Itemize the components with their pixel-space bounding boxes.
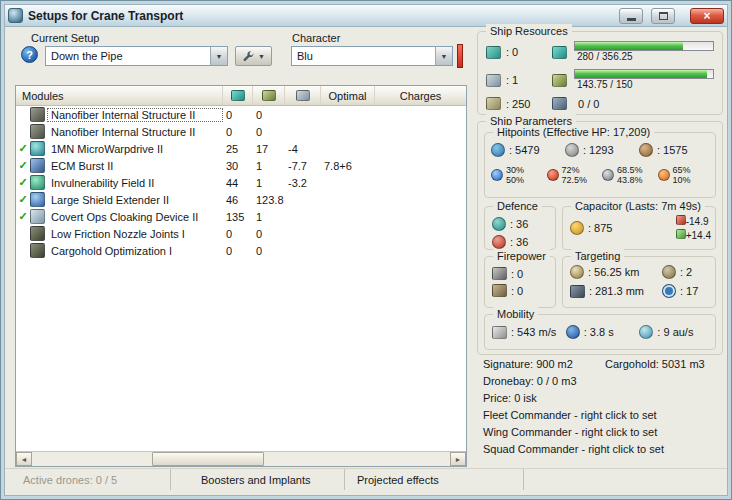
defence-title: Defence	[493, 199, 542, 213]
bottom-panel-tabs: Active drones: 0 / 5 Boosters and Implan…	[5, 468, 727, 490]
warp-speed-icon	[639, 325, 653, 339]
module-active-check[interactable]: ✓	[16, 175, 30, 190]
targeting-title: Targeting	[571, 249, 624, 263]
powergrid-column-header[interactable]	[252, 86, 284, 105]
setup-tools-button[interactable]: ▼	[235, 46, 272, 66]
module-active-check[interactable]: ✓	[16, 158, 30, 173]
wing-commander-line[interactable]: Wing Commander - right click to set	[483, 424, 705, 441]
max-targets-value: : 2	[680, 266, 692, 278]
modules-column-header[interactable]: Modules	[16, 86, 222, 105]
chevron-down-icon: ▼	[258, 53, 265, 60]
cpu-icon	[231, 90, 245, 101]
tab-active-drones[interactable]: Active drones: 0 / 5	[5, 469, 171, 490]
em-shield-resist: 30%	[506, 165, 524, 175]
maximize-button[interactable]	[651, 8, 675, 24]
module-row[interactable]: Low Friction Nozzle Joints I 0 0	[16, 225, 466, 242]
launcher-hardpoints-icon	[486, 74, 501, 87]
tab-boosters-implants-label: Boosters and Implants	[201, 474, 310, 486]
cap-usage-icon	[676, 215, 686, 225]
shield-hp-value: : 5479	[509, 144, 540, 156]
launcher-hardpoints-value: : 1	[506, 74, 552, 86]
capacitor-capacity: : 875	[570, 221, 612, 235]
dronebay-icon	[552, 97, 567, 110]
hitpoints-group: Hitpoints (Effective HP: 17,209) : 5479 …	[484, 132, 716, 198]
defence-sustained-value: : 36	[510, 236, 528, 248]
module-row[interactable]: Nanofiber Internal Structure II 0 0	[16, 123, 466, 140]
price-line: Price: 0 isk	[483, 390, 705, 407]
max-targets-icon	[662, 265, 676, 279]
module-pg: 0	[252, 109, 284, 121]
module-row[interactable]: ✓ Covert Ops Cloaking Device II 135 1	[16, 208, 466, 225]
dronebay-value: 0 / 0	[574, 98, 716, 110]
charges-column-header[interactable]: Charges	[374, 86, 466, 105]
sensor-strength-icon	[662, 284, 676, 298]
module-row[interactable]: ✓ ECM Burst II 30 1 -7.7 7.8+6	[16, 157, 466, 174]
cpu-column-header[interactable]	[222, 86, 252, 105]
scrollbar-thumb[interactable]	[152, 452, 264, 466]
setup-combobox[interactable]: Down the Pipe ▼	[45, 46, 228, 66]
scroll-right-button[interactable]: ►	[450, 452, 466, 466]
tab-active-drones-label: Active drones: 0 / 5	[23, 474, 117, 486]
firepower-group: Firepower : 0 : 0	[484, 256, 556, 308]
module-name: Low Friction Nozzle Joints I	[48, 228, 222, 240]
module-cpu: 0	[222, 109, 252, 121]
module-row[interactable]: ✓ Invulnerability Field II 44 1 -3.2	[16, 174, 466, 191]
chevron-down-icon: ▼	[441, 53, 448, 60]
structure-hp: : 1575	[639, 143, 713, 157]
optimal-column-header[interactable]: Optimal	[320, 86, 374, 105]
capacitor-group: Capacitor (Lasts: 7m 49s) : 875 -14.9 +1…	[562, 206, 716, 250]
turret-dps-value: : 0	[511, 268, 523, 280]
window-title: Setups for Crane Transport	[28, 9, 611, 23]
thermal-resist: 72%72.5%	[547, 165, 603, 185]
scroll-left-button[interactable]: ◄	[16, 452, 32, 466]
mobility-title: Mobility	[493, 307, 538, 321]
capacitor-icon	[570, 221, 584, 235]
scan-resolution-icon	[570, 285, 585, 298]
powergrid-usage-text: 143.75 / 150	[574, 79, 716, 91]
defence-reinforced: : 36	[492, 217, 551, 231]
squad-commander-line[interactable]: Squad Commander - right click to set	[483, 441, 705, 458]
module-icon	[30, 141, 45, 156]
calibration-icon	[486, 97, 501, 110]
module-row[interactable]: Nanofiber Internal Structure II 0 0	[16, 106, 466, 123]
module-row[interactable]: Cargohold Optimization I 0 0	[16, 242, 466, 259]
character-dropdown-button[interactable]: ▼	[435, 47, 452, 65]
scrollbar-track[interactable]	[32, 452, 450, 466]
module-active-check[interactable]: ✓	[16, 192, 30, 207]
module-icon	[30, 243, 45, 258]
tab-projected-effects[interactable]: Projected effects	[345, 469, 524, 490]
missile-firepower: : 0	[492, 284, 551, 297]
sustained-tank-icon	[492, 235, 506, 249]
modules-horizontal-scrollbar[interactable]: ◄ ►	[16, 451, 466, 466]
setup-dropdown-button[interactable]: ▼	[210, 47, 227, 65]
hitpoints-title: Hitpoints (Effective HP: 17,209)	[493, 125, 654, 139]
cpu-usage-text: 280 / 356.25	[574, 51, 716, 63]
cap-recharge-icon	[676, 229, 686, 239]
module-active-check[interactable]: ✓	[16, 141, 30, 156]
character-combobox[interactable]: Blu ▼	[291, 46, 453, 66]
resource-row-powergrid: : 1 143.75 / 150	[486, 69, 716, 91]
help-button[interactable]: ?	[21, 46, 38, 63]
missile-dps-icon	[492, 284, 507, 297]
window: Setups for Crane Transport × Current Set…	[0, 0, 732, 500]
module-name: 1MN MicroWarpdrive II	[48, 143, 222, 155]
tab-boosters-implants[interactable]: Boosters and Implants	[171, 469, 345, 490]
modules-panel: Modules Optimal Charges Nanofiber Intern…	[15, 85, 467, 467]
module-row[interactable]: ✓ Large Shield Extender II 46 123.8	[16, 191, 466, 208]
close-button[interactable]: ×	[690, 8, 724, 24]
ship-resources-group: Ship Resources : 0 280 / 356.25 : 1	[477, 31, 723, 115]
calibration-value: : 250	[506, 98, 552, 110]
explosive-shield-resist: 65%	[673, 165, 691, 175]
module-active-check[interactable]: ✓	[16, 209, 30, 224]
fleet-commander-line[interactable]: Fleet Commander - right click to set	[483, 407, 705, 424]
capacitor-column-header[interactable]	[284, 86, 320, 105]
speed-icon	[492, 326, 507, 339]
defence-sustained: : 36	[492, 235, 551, 249]
turret-hardpoints-value: : 0	[506, 46, 552, 58]
minimize-button[interactable]	[619, 8, 643, 24]
module-row[interactable]: ✓ 1MN MicroWarpdrive II 25 17 -4	[16, 140, 466, 157]
capacitor-capacity-value: : 875	[588, 222, 612, 234]
scan-resolution-value: : 281.3 mm	[589, 285, 644, 297]
turret-firepower: : 0	[492, 267, 551, 280]
thermal-resist-icon	[547, 169, 559, 181]
